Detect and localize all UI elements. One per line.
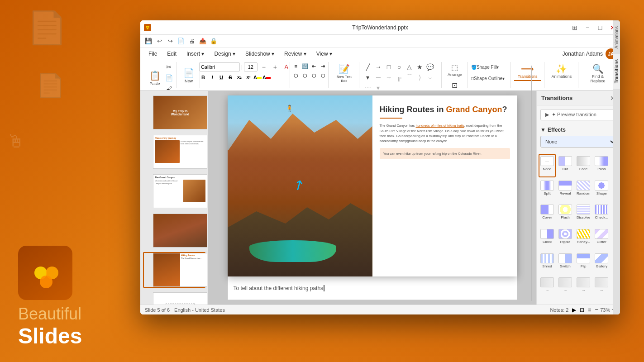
paste-button[interactable]: 📋 Paste (147, 69, 163, 87)
shape-row2-5[interactable]: ⟩ (415, 72, 425, 82)
new-qa-button[interactable]: 📄 (177, 37, 186, 46)
align-center-button[interactable]: ⬡ (301, 71, 309, 80)
transition-reveal[interactable]: Reveal (557, 178, 574, 202)
minimize-button[interactable]: − (584, 24, 591, 31)
slide-thumb-1[interactable]: 1 My Trip to Wonderland (143, 95, 205, 130)
lock-qa-button[interactable]: 🔒 (209, 37, 218, 46)
shape-row2-3[interactable]: ╔ (394, 72, 404, 82)
transition-random[interactable]: Random (575, 178, 592, 202)
crop-button[interactable]: ⊡ Crop (445, 80, 464, 91)
share-qa-button[interactable]: 📤 (198, 37, 207, 46)
normal-view-button[interactable]: ⊡ (580, 307, 584, 313)
arrow-shape-button[interactable]: → (373, 62, 383, 72)
transition-cut[interactable]: Cut (557, 154, 574, 177)
slide-thumb-6[interactable]: 6 Click here to add a title Click here t… (143, 291, 205, 305)
transition-split[interactable]: Split (539, 178, 556, 202)
undo-qa-button[interactable]: ↩ (155, 37, 164, 46)
transition-fade[interactable]: Fade (575, 154, 592, 177)
slide-thumb-3[interactable]: 3 The Grand Canyon Information about the… (143, 173, 205, 209)
restore-button[interactable]: ⊞ (571, 24, 578, 31)
transition-glitter[interactable]: Glitter (593, 227, 610, 250)
bullet-list-button[interactable]: ≡ (292, 62, 300, 70)
slide-thumb-4[interactable]: 4 (143, 213, 205, 248)
strikethrough-button[interactable]: S (226, 73, 234, 81)
transition-honeycomb[interactable]: Honey... (575, 227, 592, 250)
menu-insert[interactable]: Insert ▾ (182, 49, 209, 58)
align-left-button[interactable]: ⬡ (292, 71, 300, 80)
font-size-decrease[interactable]: − (259, 62, 269, 72)
highlight-button[interactable]: A (253, 73, 262, 81)
transition-more-4[interactable]: ··· (593, 275, 610, 299)
italic-button[interactable]: I (208, 73, 216, 81)
more-shapes-button[interactable]: ▾ (363, 72, 373, 82)
font-name-input[interactable] (199, 62, 240, 71)
line-shape-button[interactable]: ╱ (363, 62, 373, 72)
slide-thumb-5[interactable]: 5 Hiking Routes The Grand Canyon has... (143, 252, 205, 288)
zoom-out-button[interactable]: − (595, 306, 598, 313)
indent-increase-button[interactable]: ⇥ (319, 62, 327, 70)
editor-scrollbar[interactable] (529, 91, 534, 301)
outline-view-button[interactable]: ≡ (588, 307, 591, 313)
transition-switch[interactable]: Switch (557, 251, 574, 275)
align-right-button[interactable]: ⬡ (310, 71, 318, 80)
shape-row2-6[interactable]: ⌣ (425, 72, 435, 82)
maximize-button[interactable]: □ (596, 24, 604, 31)
transition-checkerboard[interactable]: Check... (593, 202, 610, 226)
menu-design[interactable]: Design ▾ (210, 49, 240, 58)
transition-more-1[interactable]: ··· (539, 275, 556, 299)
new-button[interactable]: 📄 New (181, 66, 197, 85)
transition-more-3[interactable]: ··· (575, 275, 592, 299)
transition-shred[interactable]: Shred (539, 251, 556, 275)
font-size-increase[interactable]: + (270, 62, 280, 72)
transition-none[interactable]: — None (539, 154, 556, 177)
indent-decrease-button[interactable]: ⇤ (310, 62, 318, 70)
shape-row2-1[interactable]: ─ (373, 72, 383, 82)
transition-ripple[interactable]: Ripple (557, 227, 574, 250)
cut-button[interactable]: ✂ (164, 62, 174, 72)
preview-transition-button[interactable]: ▶ ✦ Preview transition (540, 109, 616, 120)
circle-shape-button[interactable]: ○ (394, 62, 404, 72)
notes-area[interactable]: To tell about the different hiking paths (228, 276, 517, 300)
arrange-button[interactable]: ⬚ Arrange (445, 62, 464, 78)
shape-row2-8[interactable]: ▾ (373, 83, 383, 91)
transition-flip[interactable]: Flip (575, 251, 592, 275)
callout-shape-button[interactable]: 💬 (425, 62, 435, 72)
redo-qa-button[interactable]: ↪ (166, 37, 175, 46)
triangle-shape-button[interactable]: △ (405, 62, 415, 72)
transition-push[interactable]: Push (593, 154, 610, 177)
bold-button[interactable]: B (199, 73, 207, 81)
slide-thumb-2[interactable]: 2 Place of my journey Grand Canyon overv… (143, 134, 205, 170)
font-color-btn[interactable]: A (281, 62, 291, 72)
find-replace-button[interactable]: 🔍 Find & Replace (582, 62, 614, 85)
underline-button[interactable]: U (217, 73, 225, 81)
superscript-button[interactable]: X² (244, 73, 253, 81)
menu-review[interactable]: Review ▾ (280, 49, 311, 58)
format-painter-button[interactable]: 🖌 (164, 84, 174, 91)
transition-cover[interactable]: Cover (539, 202, 556, 226)
menu-file[interactable]: File (144, 49, 162, 58)
play-status-button[interactable]: ▶ (572, 307, 576, 313)
transition-gallery[interactable]: Gallery (593, 251, 610, 275)
menu-edit[interactable]: Edit (162, 49, 181, 58)
print-qa-button[interactable]: 🖨 (187, 37, 196, 46)
transition-flash[interactable]: Flash (557, 202, 574, 226)
transition-clock[interactable]: Clock (539, 227, 556, 250)
transition-dissolve[interactable]: Dissolve (575, 202, 592, 226)
shape-fill-button[interactable]: 🪣 Shape Fill ▾ (471, 62, 507, 72)
shape-row2-2[interactable]: → (384, 72, 394, 82)
font-size-input[interactable] (244, 62, 258, 71)
text-color-button[interactable]: A (262, 73, 271, 81)
align-justify-button[interactable]: ⬡ (319, 71, 327, 80)
menu-slideshow[interactable]: Slideshow ▾ (241, 49, 279, 58)
shape-row2-7[interactable]: ⋯ (363, 83, 373, 91)
shape-row2-4[interactable]: ⌒ (405, 72, 415, 82)
shape-outline-button[interactable]: □ Shape Outline ▾ (471, 73, 507, 83)
subscript-button[interactable]: X₂ (235, 73, 243, 81)
numbered-list-button[interactable]: 🔢 (301, 62, 309, 70)
transition-more-2[interactable]: ··· (557, 275, 574, 299)
effects-dropdown[interactable]: None (540, 136, 616, 148)
copy-button[interactable]: 📄 (164, 73, 174, 83)
star-shape-button[interactable]: ★ (415, 62, 425, 72)
transition-shape[interactable]: Shape (593, 178, 610, 202)
new-text-box-button[interactable]: 📝 New Text Box (332, 62, 356, 84)
